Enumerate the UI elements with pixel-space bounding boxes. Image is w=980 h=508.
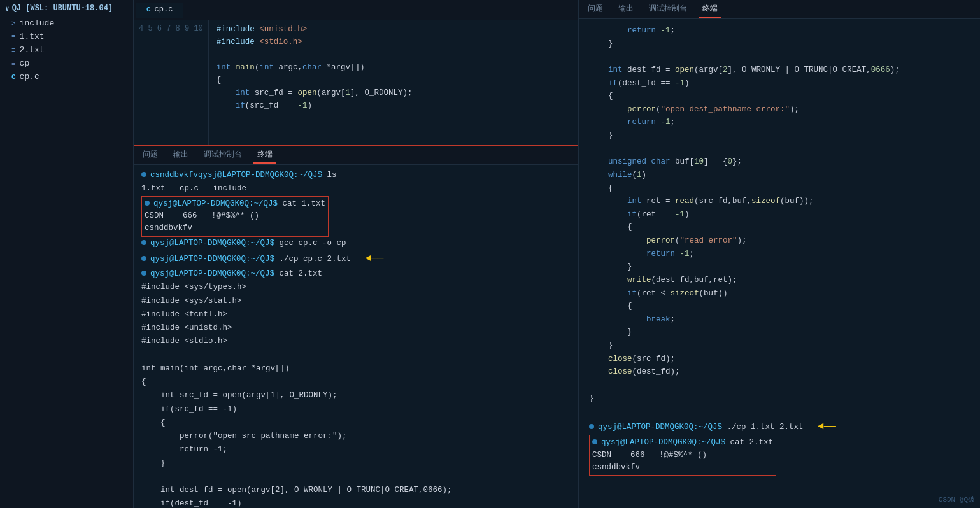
sidebar-item-2txt[interactable]: ≡ 2.txt [0, 43, 133, 57]
watermark: CSDN @Q破 [939, 495, 975, 504]
workspace-title: QJ [WSL: UBUNTU-18.04] [12, 4, 113, 13]
sidebar-item-include[interactable]: > include [0, 17, 133, 30]
sidebar-header: ∨ QJ [WSL: UBUNTU-18.04] [0, 0, 133, 17]
tab-problems[interactable]: 问题 [139, 146, 162, 164]
editor-tabs: C cp.c [134, 0, 578, 20]
content-split: C cp.c 4 5 6 7 8 9 10 #include <unistd.h… [134, 0, 980, 508]
tab-cpc[interactable]: C cp.c [136, 3, 183, 18]
c-tab-icon: C [146, 6, 151, 13]
file-icon: ≡ [11, 33, 16, 41]
right-panel-tabs: 问题 输出 调试控制台 终端 [579, 0, 980, 19]
c-file-icon: C [11, 73, 16, 81]
right-tab-debug[interactable]: 调试控制台 [645, 1, 691, 18]
tab-terminal[interactable]: 终端 [253, 146, 276, 164]
code-lines: 4 5 6 7 8 9 10 #include <unistd.h> #incl… [134, 20, 578, 145]
sidebar-item-label: cp [20, 59, 30, 68]
left-panel: C cp.c 4 5 6 7 8 9 10 #include <unistd.h… [134, 0, 579, 508]
tab-debug-console[interactable]: 调试控制台 [200, 146, 246, 164]
panel-tabs: 问题 输出 调试控制台 终端 [134, 146, 578, 165]
tab-label: cp.c [155, 5, 173, 14]
main-content: C cp.c 4 5 6 7 8 9 10 #include <unistd.h… [134, 0, 980, 508]
sidebar-item-label: include [20, 18, 55, 28]
sidebar-item-cpc[interactable]: C cp.c [0, 70, 133, 83]
chevron-down-icon: ∨ [5, 4, 10, 13]
right-tab-terminal[interactable]: 终端 [699, 1, 721, 18]
right-tab-output[interactable]: 输出 [614, 1, 637, 18]
sidebar: ∨ QJ [WSL: UBUNTU-18.04] > include ≡ 1.t… [0, 0, 134, 508]
file-icon: ≡ [11, 46, 16, 54]
sidebar-item-1txt[interactable]: ≡ 1.txt [0, 30, 133, 43]
code-editor: 4 5 6 7 8 9 10 #include <unistd.h> #incl… [134, 20, 578, 145]
bottom-panel: 问题 输出 调试控制台 终端 csnddbvkfvqysj@LAPTOP-DDM… [134, 146, 578, 508]
terminal-content[interactable]: csnddbvkfvqysj@LAPTOP-DDMQGK0Q:~/QJ$ ls … [134, 165, 578, 508]
right-tab-problems[interactable]: 问题 [584, 1, 607, 18]
file-icon: ≡ [11, 60, 16, 67]
right-code-content: return -1; } int dest_fd = open(argv[2],… [579, 19, 980, 508]
folder-icon: > [11, 20, 16, 27]
sidebar-item-label: 2.txt [20, 45, 45, 55]
right-panel: 问题 输出 调试控制台 终端 return -1; } int dest_fd … [579, 0, 980, 508]
tab-output[interactable]: 输出 [169, 146, 192, 164]
sidebar-item-label: 1.txt [20, 32, 45, 41]
sidebar-item-label: cp.c [20, 72, 39, 81]
code-content: #include <unistd.h> #include <stdio.h> i… [209, 20, 578, 145]
sidebar-item-cp[interactable]: ≡ cp [0, 57, 133, 70]
line-numbers: 4 5 6 7 8 9 10 [134, 20, 209, 145]
